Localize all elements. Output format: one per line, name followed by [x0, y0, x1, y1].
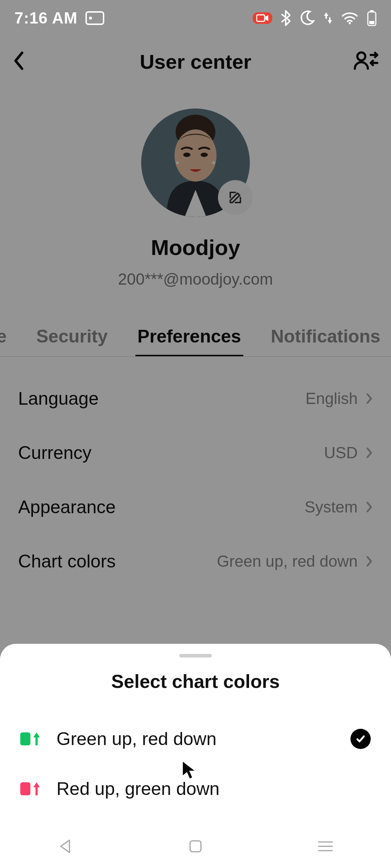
app-header: User center: [0, 36, 391, 87]
chart-color-option-green-up[interactable]: Green up, red down: [0, 714, 391, 764]
green-up-icon: [20, 732, 41, 746]
cast-rect-icon: [85, 11, 104, 25]
battery-icon: [367, 10, 377, 26]
svg-point-15: [212, 161, 215, 164]
invite-button[interactable]: [353, 51, 379, 72]
row-chart-colors[interactable]: Chart colors Green up, red down: [18, 534, 373, 588]
status-bar: 7:16 AM: [0, 0, 391, 36]
chevron-right-icon: [366, 447, 373, 459]
preferences-list: Language English Currency USD Appearance…: [0, 357, 391, 588]
mouse-cursor: [181, 760, 198, 783]
tabs: file Security Preferences Notifications: [0, 317, 391, 357]
row-value: English: [306, 390, 358, 408]
red-up-icon: [20, 782, 41, 796]
person-swap-icon: [353, 51, 379, 71]
row-language[interactable]: Language English: [18, 371, 373, 426]
option-label: Red up, green down: [56, 778, 371, 799]
wifi-icon: [341, 12, 358, 25]
edit-avatar-button[interactable]: [218, 180, 253, 215]
svg-rect-16: [190, 841, 201, 852]
svg-rect-2: [257, 15, 265, 21]
nav-home-icon[interactable]: [188, 839, 203, 854]
row-label: Currency: [18, 442, 92, 463]
tab-profile[interactable]: file: [0, 326, 9, 356]
row-appearance[interactable]: Appearance System: [18, 480, 373, 534]
nav-back-icon[interactable]: [57, 838, 74, 855]
chevron-right-icon: [366, 555, 373, 567]
svg-point-1: [89, 17, 92, 20]
row-currency[interactable]: Currency USD: [18, 426, 373, 480]
selected-check-icon: [350, 729, 371, 749]
sheet-title: Select chart colors: [0, 671, 391, 692]
profile-section: Moodjoy 200***@moodjoy.com: [0, 87, 391, 317]
system-nav-bar: [0, 825, 391, 868]
bluetooth-icon: [281, 10, 290, 26]
svg-point-3: [349, 22, 351, 24]
row-label: Language: [18, 388, 98, 409]
sheet-grabber[interactable]: [179, 654, 212, 658]
data-transfer-icon: [324, 11, 332, 25]
row-label: Appearance: [18, 497, 116, 518]
svg-point-12: [183, 153, 190, 157]
row-value: USD: [324, 444, 358, 462]
svg-point-14: [176, 161, 179, 164]
page-title: User center: [140, 50, 251, 73]
svg-point-13: [201, 153, 208, 157]
svg-point-11: [175, 129, 216, 182]
nav-recents-icon[interactable]: [317, 840, 334, 853]
record-indicator: [253, 12, 272, 24]
profile-name: Moodjoy: [151, 235, 240, 260]
tab-notifications[interactable]: Notifications: [269, 326, 383, 356]
svg-point-7: [357, 52, 365, 60]
moon-icon: [299, 10, 315, 26]
edit-icon: [227, 190, 243, 205]
row-value: System: [304, 498, 358, 516]
profile-email: 200***@moodjoy.com: [118, 270, 273, 288]
status-time: 7:16 AM: [14, 9, 77, 27]
row-value: Green up, red down: [217, 552, 358, 570]
chevron-right-icon: [366, 501, 373, 513]
chevron-left-icon: [12, 50, 25, 72]
svg-rect-0: [86, 12, 104, 24]
svg-rect-6: [369, 21, 374, 24]
row-label: Chart colors: [18, 551, 116, 572]
option-label: Green up, red down: [56, 728, 335, 749]
tab-security[interactable]: Security: [34, 326, 110, 356]
back-button[interactable]: [12, 50, 25, 73]
tab-preferences[interactable]: Preferences: [135, 326, 243, 356]
chevron-right-icon: [366, 392, 373, 405]
